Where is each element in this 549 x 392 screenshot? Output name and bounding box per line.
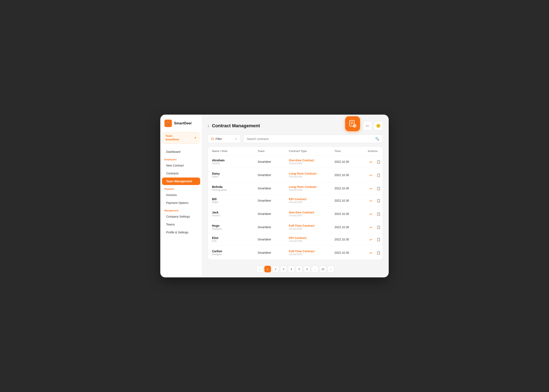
person-role: Designer bbox=[212, 227, 258, 230]
page-header: ‹ Contract Management bbox=[208, 120, 383, 131]
page-title: Contract Management bbox=[212, 123, 342, 128]
nav-section-management: Management bbox=[160, 207, 202, 213]
pagination-page-2[interactable]: 2 bbox=[272, 266, 279, 273]
document-button[interactable]: 📋 bbox=[376, 224, 381, 230]
document-button[interactable]: 📋 bbox=[376, 198, 381, 203]
person-cell: Daisy Editor bbox=[212, 172, 258, 178]
contract-type-cell: KPI Contract #Smart3456 bbox=[289, 236, 335, 243]
person-cell: Eliot KOL bbox=[212, 236, 258, 243]
actions-cell: ⇌ 📋 ⬇ 🗑 bbox=[368, 172, 383, 178]
document-button[interactable]: 📋 bbox=[376, 172, 381, 178]
actions-cell: ⇌ 📋 ⬇ 🗑 bbox=[368, 250, 383, 256]
time-cell: 2022.10.30 bbox=[335, 238, 368, 241]
sidebar-item-contracts[interactable]: Contracts bbox=[162, 170, 200, 177]
transfer-button[interactable]: ⇌ bbox=[368, 185, 373, 191]
col-header-contract-type: Contract Type bbox=[289, 149, 335, 153]
app-window: 🦌 SmartDeer Team SmartDeer ▼ Dashboard E… bbox=[160, 115, 389, 277]
team-selector[interactable]: Team SmartDeer ▼ bbox=[163, 132, 199, 144]
sidebar-item-payment-options[interactable]: Payment Options bbox=[162, 199, 200, 207]
actions-cell: ⇌ 📋 ⬇ 🗑 bbox=[368, 185, 383, 191]
back-button[interactable]: ‹ bbox=[208, 124, 209, 128]
table-row: Daisy Editor Smartdeer Long-Term Contrac… bbox=[208, 168, 383, 182]
contract-type-cell: KPI Contract #Smart3456 bbox=[289, 197, 335, 204]
table-row: Hugo Designer Smartdeer Full-Time Contra… bbox=[208, 221, 383, 233]
logo-area: 🦌 SmartDeer bbox=[160, 119, 202, 132]
table-body: Abraham Anchor Smartdeer One-time Contra… bbox=[208, 156, 383, 260]
sidebar-item-dashboard[interactable]: Dashboard bbox=[162, 148, 200, 155]
pagination-page-6[interactable]: 6 bbox=[304, 266, 310, 273]
app-name: SmartDeer bbox=[174, 121, 192, 126]
document-button[interactable]: 📋 bbox=[376, 185, 381, 191]
sidebar-item-teams[interactable]: Teams bbox=[162, 221, 200, 228]
contract-type: Full-Time Contract bbox=[289, 224, 335, 227]
table-row: Jack Anchor Smartdeer One-time Contract … bbox=[208, 207, 383, 221]
pagination-next[interactable]: › bbox=[327, 266, 334, 273]
team-cell: Smartdeer bbox=[258, 173, 289, 177]
nav-section-employees: Employees bbox=[160, 156, 202, 161]
document-button[interactable]: 📋 bbox=[376, 211, 381, 217]
time-cell: 2022.10.30 bbox=[335, 187, 368, 190]
contract-id: #Smart3456 bbox=[289, 201, 335, 204]
search-icon: 🔍 bbox=[375, 137, 379, 141]
sidebar-item-team-management[interactable]: Team Management bbox=[162, 177, 200, 185]
person-role: Editor bbox=[212, 201, 258, 204]
table-row: Carlton Designer Smartdeer Full-Time Con… bbox=[208, 246, 383, 260]
emoji-button[interactable]: 🙂 bbox=[374, 121, 383, 130]
document-button[interactable]: 📋 bbox=[376, 250, 381, 256]
person-name: Abraham bbox=[212, 159, 258, 162]
pagination-page-3[interactable]: 3 bbox=[280, 266, 287, 273]
transfer-button[interactable]: ⇌ bbox=[368, 250, 373, 256]
contract-type-cell: Long-Term Contract #Smart3456 bbox=[289, 172, 335, 178]
svg-text:A+: A+ bbox=[366, 124, 370, 127]
sidebar-item-profile-settings[interactable]: Profile & Settings bbox=[162, 229, 200, 236]
person-role: KOL bbox=[212, 240, 258, 243]
transfer-button[interactable]: ⇌ bbox=[368, 211, 373, 217]
time-cell: 2022.10.30 bbox=[335, 251, 368, 254]
filter-arrow-icon: ▼ bbox=[235, 138, 237, 140]
pagination-page-5[interactable]: 5 bbox=[296, 266, 303, 273]
person-role: Editor bbox=[212, 175, 258, 178]
person-name: Hugo bbox=[212, 224, 258, 227]
table-row: Belinda Photographer Smartdeer Long-Term… bbox=[208, 182, 383, 195]
contract-check-icon bbox=[348, 119, 357, 128]
actions-cell: ⇌ 📋 ⬇ 🗑 bbox=[368, 224, 383, 230]
pagination-page-4[interactable]: 4 bbox=[288, 266, 295, 273]
person-name: Jack bbox=[212, 211, 258, 214]
transfer-button[interactable]: ⇌ bbox=[368, 159, 373, 165]
actions-cell: ⇌ 📋 ⬇ 🗑 bbox=[368, 211, 383, 217]
team-cell: Smartdeer bbox=[258, 212, 289, 216]
actions-cell: ⇌ 📋 ⬇ 🗑 bbox=[368, 159, 383, 165]
contract-type: One-time Contract bbox=[289, 159, 335, 162]
person-role: Anchor bbox=[212, 162, 258, 165]
contract-type-cell: One-time Contract #Smart3456 bbox=[289, 159, 335, 165]
transfer-button[interactable]: ⇌ bbox=[368, 224, 373, 230]
col-header-time: Time bbox=[335, 149, 368, 153]
sidebar-item-company-settings[interactable]: Company Settings bbox=[162, 213, 200, 220]
time-cell: 2022.10.30 bbox=[335, 160, 368, 163]
transfer-button[interactable]: ⇌ bbox=[368, 237, 373, 242]
document-button[interactable]: 📋 bbox=[376, 237, 381, 242]
document-button[interactable]: 📋 bbox=[376, 159, 381, 165]
sidebar-item-new-contract[interactable]: New Contract bbox=[162, 162, 200, 169]
filter-button[interactable]: ⊟ Filter ▼ bbox=[208, 134, 241, 143]
col-header-team: Team bbox=[258, 149, 289, 153]
search-box: 🔍 bbox=[243, 134, 383, 143]
person-cell: Carlton Designer bbox=[212, 250, 258, 256]
sidebar-item-invoices[interactable]: Invoices bbox=[162, 191, 200, 199]
translate-button[interactable]: A+ bbox=[363, 121, 372, 130]
table-row: Abraham Anchor Smartdeer One-time Contra… bbox=[208, 156, 383, 168]
pagination-page-1[interactable]: 1 bbox=[264, 266, 271, 273]
pagination-prev[interactable]: ‹ bbox=[256, 266, 263, 273]
contract-type-cell: Full-Time Contract #Smart3456 bbox=[289, 250, 335, 256]
person-name: Belinda bbox=[212, 185, 258, 189]
header-actions: A+ 🙂 bbox=[363, 121, 383, 130]
transfer-button[interactable]: ⇌ bbox=[368, 172, 373, 178]
person-name: Bill bbox=[212, 197, 258, 201]
sidebar: 🦌 SmartDeer Team SmartDeer ▼ Dashboard E… bbox=[160, 115, 202, 277]
search-input[interactable] bbox=[247, 137, 373, 140]
transfer-button[interactable]: ⇌ bbox=[368, 198, 373, 203]
person-name: Daisy bbox=[212, 172, 258, 175]
team-cell: Smartdeer bbox=[258, 187, 289, 190]
person-cell: Abraham Anchor bbox=[212, 159, 258, 165]
pagination-page-20[interactable]: 20 bbox=[320, 266, 326, 273]
